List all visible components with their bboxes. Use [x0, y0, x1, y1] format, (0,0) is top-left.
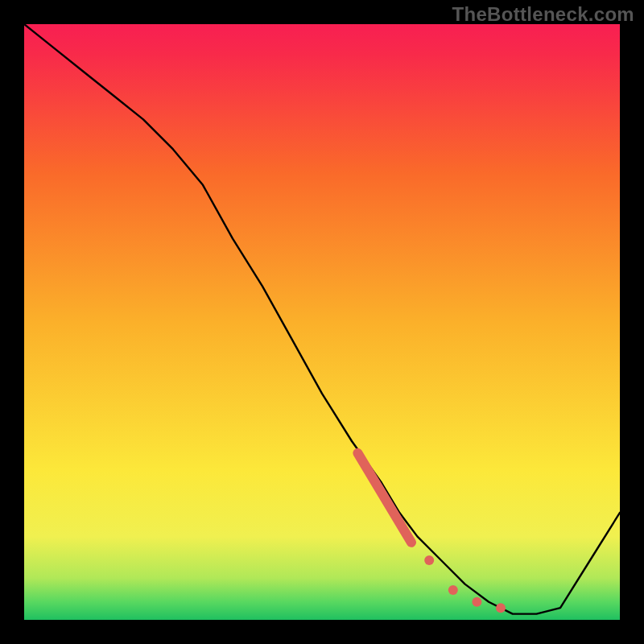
marker-dot-3: [472, 597, 481, 607]
line-series-curve: [24, 24, 620, 614]
marker-dot-1: [424, 555, 434, 565]
chart-plot-area: [24, 24, 620, 620]
chart-svg: [24, 24, 620, 620]
marker-dot-2: [448, 585, 458, 595]
marker-streak: [357, 453, 411, 543]
watermark-text: TheBottleneck.com: [452, 3, 634, 26]
marker-dot-4: [496, 603, 506, 613]
